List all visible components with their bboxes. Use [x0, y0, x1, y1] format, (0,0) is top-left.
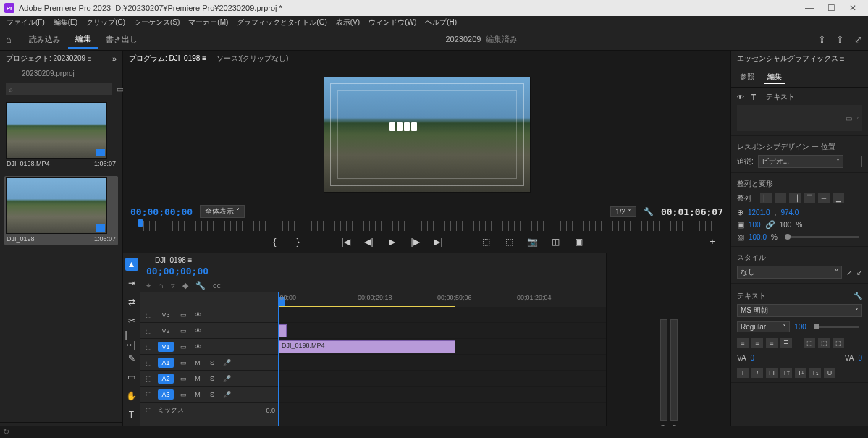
- mark-out-icon[interactable]: }: [292, 237, 305, 247]
- solo-icon[interactable]: S: [207, 391, 217, 398]
- text-bot-icon[interactable]: ⬚: [833, 338, 844, 348]
- solo-icon[interactable]: S: [207, 375, 217, 382]
- mute-icon[interactable]: M: [193, 359, 203, 366]
- menu-graphics[interactable]: グラフィックとタイトル(G): [233, 17, 330, 28]
- text-mid-icon[interactable]: ⬚: [818, 338, 830, 348]
- compare-icon[interactable]: ◫: [549, 237, 562, 247]
- home-icon[interactable]: ⌂: [6, 34, 22, 45]
- voiceover-icon[interactable]: 🎤: [222, 359, 232, 366]
- bin-item[interactable]: DJI_0198 1:06:07: [4, 176, 118, 245]
- align-left-icon[interactable]: ▏: [760, 193, 772, 203]
- close-button[interactable]: ✕: [842, 3, 864, 13]
- slip-tool-icon[interactable]: |↔|: [125, 333, 138, 346]
- bin-item[interactable]: DJI_0198.MP4 1:06:07: [4, 101, 118, 170]
- go-in-icon[interactable]: |◀: [340, 237, 353, 247]
- style-pull-icon[interactable]: ↙: [856, 269, 862, 277]
- marker-icon[interactable]: ◆: [182, 281, 188, 290]
- rectangle-tool-icon[interactable]: ▭: [125, 371, 138, 384]
- solo-icon[interactable]: S: [207, 359, 217, 366]
- sub-icon[interactable]: T₁: [809, 368, 821, 378]
- settings-wrench-icon[interactable]: 🔧: [644, 207, 654, 216]
- program-monitor[interactable]: [123, 67, 730, 202]
- italic-icon[interactable]: T: [751, 368, 763, 378]
- sync-icon[interactable]: ▭: [178, 375, 188, 382]
- align-hcenter-icon[interactable]: │: [775, 193, 786, 203]
- font-dropdown[interactable]: MS 明朝˅: [737, 304, 862, 317]
- lock-icon[interactable]: ⬚: [143, 359, 153, 366]
- style-dropdown[interactable]: なし˅: [737, 266, 842, 279]
- layer-text[interactable]: 👁 T テキスト: [737, 90, 862, 104]
- bold-icon[interactable]: T: [737, 368, 749, 378]
- clip-thumbnail[interactable]: [6, 102, 107, 159]
- button-editor-icon[interactable]: +: [706, 237, 719, 247]
- mix-row[interactable]: ⬚ ミックス 0.0: [140, 403, 278, 418]
- lift-icon[interactable]: ⬚: [480, 237, 493, 247]
- align-top-icon[interactable]: ▔: [804, 193, 815, 203]
- maximize-button[interactable]: ☐: [820, 3, 842, 13]
- text-right-icon[interactable]: ≡: [766, 338, 778, 348]
- track-a3[interactable]: ⬚ A3 ▭ M S 🎤: [140, 387, 278, 403]
- menu-sequence[interactable]: シーケンス(S): [130, 17, 183, 28]
- opacity-value[interactable]: 100.0: [749, 233, 767, 241]
- type-tool-icon[interactable]: T: [125, 408, 138, 421]
- track-a1[interactable]: ⬚ A1 ▭ M S 🎤: [140, 355, 278, 371]
- safe-margins-icon[interactable]: ▣: [573, 237, 586, 247]
- panel-menu-icon[interactable]: ≡: [85, 55, 92, 63]
- mini-ruler[interactable]: [138, 221, 716, 231]
- align-right-icon[interactable]: ▕: [789, 193, 801, 203]
- time-ruler[interactable]: ;00;00 00;00;29;18 00;00;59;06 00;01;29;…: [278, 292, 606, 307]
- sequence-tab[interactable]: DJI_0198 ≡: [140, 253, 606, 266]
- new-layer-icon[interactable]: ▫: [856, 114, 859, 122]
- pin-box[interactable]: [851, 156, 862, 167]
- sync-icon[interactable]: ▭: [178, 327, 188, 334]
- play-icon[interactable]: ▶: [386, 237, 399, 247]
- sequence-thumbnail[interactable]: [6, 177, 107, 234]
- mark-in-icon[interactable]: {: [269, 237, 282, 247]
- sync-icon[interactable]: ▭: [178, 359, 188, 366]
- sync-icon[interactable]: ▭: [178, 311, 188, 319]
- weight-dropdown[interactable]: Regular˅: [737, 321, 790, 332]
- link-icon[interactable]: 🔗: [765, 220, 775, 229]
- menu-marker[interactable]: マーカー(M): [185, 17, 232, 28]
- extract-icon[interactable]: ⬚: [503, 237, 516, 247]
- mute-icon[interactable]: M: [193, 391, 203, 398]
- fullscreen-icon[interactable]: ⤢: [854, 34, 862, 45]
- panel-expand-icon[interactable]: »: [112, 54, 117, 63]
- menu-window[interactable]: ウィンドウ(W): [365, 17, 420, 28]
- snap-icon[interactable]: ⌖: [146, 281, 151, 290]
- cc-icon[interactable]: cc: [213, 281, 221, 290]
- breadcrumb[interactable]: 20230209.prproj: [0, 67, 122, 82]
- export-frame-icon[interactable]: 📷: [526, 237, 539, 247]
- smallcaps-icon[interactable]: Tт: [780, 368, 792, 378]
- voiceover-icon[interactable]: 🎤: [222, 375, 232, 382]
- voiceover-icon[interactable]: 🎤: [222, 391, 232, 398]
- ws-tab-export[interactable]: 書き出し: [98, 31, 145, 48]
- menu-clip[interactable]: クリップ(C): [83, 17, 129, 28]
- track-v2[interactable]: ⬚ V2 ▭ 👁: [140, 323, 278, 339]
- video-clip[interactable]: DJI_0198.MP4: [278, 340, 455, 353]
- pen-tool-icon[interactable]: ✎: [125, 352, 138, 365]
- track-select-tool-icon[interactable]: ⇥: [125, 277, 138, 290]
- align-bottom-icon[interactable]: ▁: [833, 193, 844, 203]
- settings-icon[interactable]: 🔧: [195, 281, 206, 290]
- program-tab[interactable]: プログラム: DJI_0198 ≡: [129, 54, 206, 64]
- scale-h[interactable]: 100: [780, 221, 792, 229]
- track-v3[interactable]: ⬚ V3 ▭ 👁: [140, 307, 278, 323]
- share-icon[interactable]: ⇧: [836, 34, 844, 45]
- selection-tool-icon[interactable]: ▲: [125, 258, 138, 271]
- opacity-slider[interactable]: [785, 236, 859, 238]
- source-tab[interactable]: ソース:(クリップなし): [216, 54, 288, 64]
- marker-add-icon[interactable]: ▿: [171, 281, 175, 290]
- menu-help[interactable]: ヘルプ(H): [421, 17, 460, 28]
- lock-icon[interactable]: ⬚: [143, 311, 153, 319]
- search-input[interactable]: [6, 83, 112, 95]
- track-v1[interactable]: ⬚ V1 ▭ 👁: [140, 339, 278, 355]
- zoom-dropdown[interactable]: 1/2 ˅: [610, 206, 636, 217]
- track-a2[interactable]: ⬚ A2 ▭ M S 🎤: [140, 371, 278, 387]
- lock-icon[interactable]: ⬚: [143, 375, 153, 382]
- style-push-icon[interactable]: ↗: [846, 269, 852, 277]
- ws-tab-import[interactable]: 読み込み: [22, 31, 68, 48]
- minimize-button[interactable]: —: [799, 3, 820, 13]
- linked-icon[interactable]: ∩: [158, 281, 164, 290]
- new-folder-icon[interactable]: ▭: [846, 114, 852, 122]
